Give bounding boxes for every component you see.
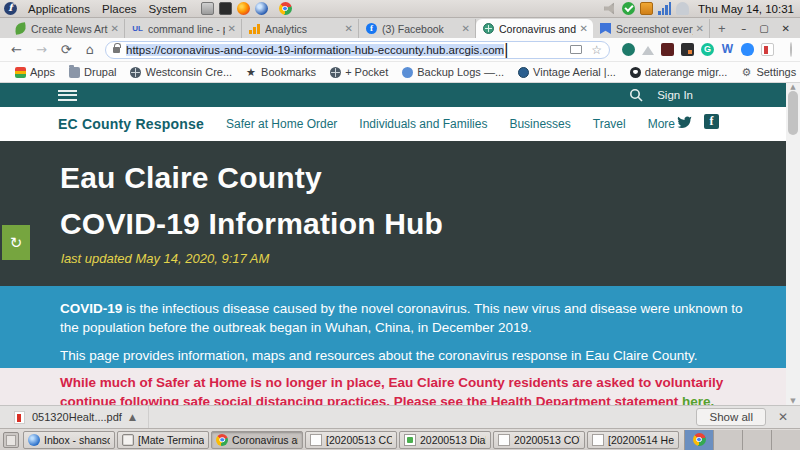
padlock-icon[interactable] bbox=[113, 47, 120, 53]
bookmark-vintage-aerial[interactable]: Vintage Aerial |... bbox=[511, 66, 623, 78]
bookmark-bookmarks[interactable]: ★Bookmarks bbox=[239, 66, 323, 78]
system-menu[interactable]: System bbox=[143, 3, 193, 15]
network-signal-icon[interactable] bbox=[658, 2, 671, 15]
bookmark-daterange-migr[interactable]: daterange migr... bbox=[623, 66, 735, 78]
grammarly-extension-icon[interactable]: G bbox=[701, 43, 714, 56]
bookmark-star-icon[interactable]: ☆ bbox=[591, 45, 602, 55]
taskbar-item-doc-1[interactable]: [20200513 COVID ... bbox=[305, 431, 397, 449]
tab-close-icon[interactable]: ✕ bbox=[225, 23, 236, 34]
chart-favicon bbox=[249, 23, 260, 34]
workspace-4[interactable] bbox=[771, 430, 800, 450]
address-bar[interactable]: https://coronavirus-and-covid-19-informa… bbox=[105, 41, 610, 59]
extension-icon[interactable] bbox=[761, 43, 774, 56]
info-paragraph-2: This page provides information, maps and… bbox=[60, 346, 750, 365]
facebook-icon[interactable]: f bbox=[704, 114, 719, 129]
show-all-downloads-button[interactable]: Show all bbox=[696, 408, 765, 426]
taskbar-item-terminal[interactable]: [Mate Terminal] bbox=[117, 431, 209, 449]
bookmark-pocket[interactable]: + Pocket bbox=[323, 66, 395, 78]
places-menu[interactable]: Places bbox=[96, 3, 143, 15]
tab-close-icon[interactable]: ✕ bbox=[577, 23, 588, 34]
spreadsheet-icon bbox=[404, 434, 416, 446]
tab-close-icon[interactable]: ✕ bbox=[693, 23, 704, 34]
sign-in-link[interactable]: Sign In bbox=[657, 89, 693, 101]
minimize-icon[interactable]: – bbox=[741, 23, 746, 34]
hero-section: Eau Claire County COVID-19 Information H… bbox=[0, 141, 793, 286]
bookmark-westconsin[interactable]: Westconsin Cre... bbox=[123, 66, 239, 78]
translate-widget[interactable]: ↻ bbox=[2, 225, 30, 260]
tab-facebook[interactable]: f (3) Facebook ✕ bbox=[359, 19, 476, 38]
cast-icon[interactable] bbox=[570, 45, 582, 54]
extension-icon[interactable] bbox=[622, 43, 635, 56]
tab-create-news-articles[interactable]: Create News Articles ✕ bbox=[8, 19, 125, 38]
weather-icon[interactable] bbox=[676, 2, 689, 15]
scroll-down-icon[interactable]: ▼ bbox=[786, 397, 800, 405]
hamburger-menu-icon[interactable] bbox=[58, 90, 77, 101]
extension-icon[interactable] bbox=[681, 43, 694, 56]
scrollbar-thumb[interactable] bbox=[788, 91, 798, 135]
nav-link-individuals-families[interactable]: Individuals and Families bbox=[359, 117, 487, 131]
globe-favicon bbox=[483, 23, 494, 34]
nav-link-businesses[interactable]: Businesses bbox=[509, 117, 570, 131]
show-desktop-button[interactable] bbox=[3, 432, 19, 448]
workspace-2[interactable] bbox=[713, 430, 742, 450]
nav-link-safer-at-home[interactable]: Safer at Home Order bbox=[226, 117, 337, 131]
browser-launcher-icon[interactable] bbox=[255, 2, 268, 15]
twitter-icon[interactable] bbox=[676, 115, 692, 129]
bookmark-apps[interactable]: Apps bbox=[8, 66, 62, 78]
desktop-screen: f Applications Places System Thu May 14,… bbox=[0, 0, 800, 450]
nav-brand-link[interactable]: EC County Response bbox=[58, 116, 204, 132]
updates-ok-icon[interactable] bbox=[622, 2, 635, 15]
back-button[interactable]: ← bbox=[4, 42, 29, 57]
distro-logo-icon[interactable]: f bbox=[4, 2, 17, 15]
bookmark-folder-drupal[interactable]: Drupal bbox=[62, 66, 123, 78]
search-icon[interactable] bbox=[629, 88, 643, 102]
extension-icon[interactable] bbox=[741, 43, 754, 56]
applications-menu[interactable]: Applications bbox=[22, 3, 96, 15]
bottom-taskbar: Inbox - shanson@... [Mate Terminal] Coro… bbox=[0, 428, 800, 450]
extension-icon[interactable]: W bbox=[721, 43, 734, 56]
taskbar-item-dial[interactable]: 20200513 Dial Gr... bbox=[399, 431, 491, 449]
tab-command-line-pdf[interactable]: UL command line - pdf t ✕ bbox=[125, 19, 242, 38]
tab-screenshot-everything[interactable]: Screenshot everythi ✕ bbox=[593, 19, 710, 38]
tab-coronavirus-active[interactable]: Coronavirus and COV ✕ bbox=[476, 19, 593, 38]
taskbar-item-coronavirus-active[interactable]: Coronavirus and C... bbox=[211, 431, 303, 449]
new-tab-button[interactable]: + bbox=[710, 21, 734, 38]
workspace-3[interactable] bbox=[742, 430, 771, 450]
browser-toolbar: ← → ⟳ ⌂ https://coronavirus-and-covid-19… bbox=[0, 38, 800, 62]
tab-analytics[interactable]: Analytics ✕ bbox=[242, 19, 359, 38]
screenshot-launcher-icon[interactable] bbox=[219, 2, 232, 15]
workspace-1-active[interactable] bbox=[684, 430, 713, 450]
chrome-launcher-icon[interactable] bbox=[279, 2, 292, 15]
taskbar-item-doc-2[interactable]: 20200513 COVID ... bbox=[493, 431, 585, 449]
nav-link-travel[interactable]: Travel bbox=[593, 117, 626, 131]
panel-clock[interactable]: Thu May 14, 10:31 bbox=[694, 3, 794, 15]
reload-button[interactable]: ⟳ bbox=[54, 42, 79, 57]
extension-icon[interactable] bbox=[642, 46, 654, 55]
package-manager-icon[interactable] bbox=[640, 2, 653, 15]
bookmark-settings[interactable]: ⚙Settings bbox=[734, 66, 800, 78]
file-manager-launcher-icon[interactable] bbox=[201, 2, 214, 15]
bookmark-flag-favicon bbox=[600, 23, 611, 34]
download-bar: 051320Healt....pdf ▲ Show all ✕ bbox=[0, 405, 800, 428]
maximize-icon[interactable]: ▢ bbox=[759, 23, 768, 34]
url-text[interactable]: https://coronavirus-and-covid-19-informa… bbox=[126, 44, 504, 56]
browser-menu-icon[interactable]: ⋮ bbox=[792, 43, 800, 57]
taskbar-item-inbox[interactable]: Inbox - shanson@... bbox=[23, 431, 115, 449]
download-options-chevron-icon[interactable]: ▲ bbox=[129, 412, 136, 422]
download-bar-close-icon[interactable]: ✕ bbox=[778, 410, 788, 424]
page-scrollbar[interactable]: ▲ ▼ bbox=[786, 83, 800, 405]
extension-icon[interactable] bbox=[661, 43, 674, 56]
scroll-up-icon[interactable]: ▲ bbox=[786, 83, 800, 91]
site-nav: EC County Response Safer at Home Order I… bbox=[0, 107, 793, 141]
taskbar-item-doc-3[interactable]: [20200514 Health ... bbox=[587, 431, 679, 449]
volume-icon[interactable] bbox=[604, 2, 617, 15]
tab-close-icon[interactable]: ✕ bbox=[342, 23, 353, 34]
tab-close-icon[interactable]: ✕ bbox=[108, 23, 119, 34]
firefox-launcher-icon[interactable] bbox=[237, 2, 250, 15]
forward-button[interactable]: → bbox=[29, 42, 54, 57]
home-button[interactable]: ⌂ bbox=[79, 42, 101, 57]
downloaded-file-button[interactable]: 051320Healt....pdf ▲ bbox=[0, 406, 149, 428]
close-icon[interactable]: ✕ bbox=[782, 23, 790, 34]
bookmark-backup-logs[interactable]: Backup Logs —... bbox=[395, 66, 511, 78]
tab-close-icon[interactable]: ✕ bbox=[459, 23, 470, 34]
